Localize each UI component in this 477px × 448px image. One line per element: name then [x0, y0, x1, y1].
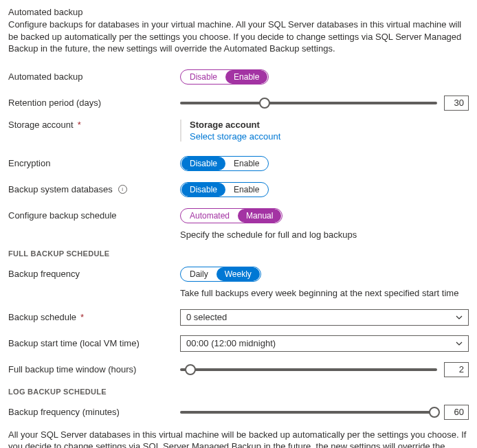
log-frequency-slider-thumb[interactable]	[429, 407, 440, 418]
log-frequency-value[interactable]: 60	[444, 405, 469, 420]
backup-start-time-dropdown[interactable]: 00:00 (12:00 midnight)	[180, 335, 469, 352]
backup-window-slider[interactable]	[180, 363, 437, 376]
backup-window-label: Full backup time window (hours)	[8, 364, 180, 374]
page-title: Automated backup	[8, 7, 469, 17]
frequency-daily[interactable]: Daily	[181, 267, 217, 281]
page-description: Configure backups for databases in your …	[8, 19, 469, 55]
encryption-disable[interactable]: Disable	[181, 157, 225, 170]
required-indicator: *	[80, 312, 84, 322]
footer-text: All your SQL Server databases in this vi…	[8, 429, 469, 448]
chevron-down-icon	[456, 340, 463, 347]
info-icon[interactable]: i	[118, 185, 127, 194]
log-frequency-label: Backup frequency (minutes)	[8, 407, 180, 417]
automated-backup-disable[interactable]: Disable	[181, 70, 225, 84]
automated-backup-enable[interactable]: Enable	[225, 70, 267, 84]
backup-sysdb-toggle[interactable]: Disable Enable	[180, 182, 269, 197]
log-frequency-slider[interactable]	[180, 406, 437, 418]
select-storage-account-link[interactable]: Select storage account	[190, 131, 280, 142]
backup-sysdb-label: Backup system databases i	[8, 184, 180, 194]
automated-backup-toggle[interactable]: Disable Enable	[180, 69, 269, 85]
backup-start-time-value: 00:00 (12:00 midnight)	[186, 338, 276, 348]
required-indicator: *	[78, 120, 81, 130]
backup-sysdb-enable[interactable]: Enable	[225, 183, 267, 197]
encryption-label: Encryption	[8, 158, 180, 168]
schedule-automated[interactable]: Automated	[181, 209, 238, 223]
backup-frequency-toggle[interactable]: Daily Weekly	[180, 267, 261, 282]
backup-frequency-label: Backup frequency	[8, 269, 180, 279]
backup-window-value[interactable]: 2	[444, 362, 469, 377]
backup-sysdb-disable[interactable]: Disable	[181, 183, 225, 197]
backup-schedule-dropdown[interactable]: 0 selected	[180, 309, 469, 326]
encryption-enable[interactable]: Enable	[225, 157, 267, 170]
backup-schedule-value: 0 selected	[186, 312, 227, 322]
full-backup-section-heading: FULL BACKUP SCHEDULE	[8, 249, 469, 258]
encryption-toggle[interactable]: Disable Enable	[180, 156, 269, 171]
storage-block-title: Storage account	[190, 120, 280, 130]
chevron-down-icon	[456, 314, 463, 321]
retention-slider-thumb[interactable]	[259, 98, 270, 109]
retention-value[interactable]: 30	[444, 96, 469, 111]
log-backup-section-heading: LOG BACKUP SCHEDULE	[8, 388, 469, 396]
backup-schedule-label: Backup schedule*	[8, 312, 180, 322]
configure-schedule-toggle[interactable]: Automated Manual	[180, 208, 282, 223]
storage-account-label: Storage account*	[8, 120, 180, 130]
schedule-manual[interactable]: Manual	[238, 209, 281, 223]
configure-schedule-label: Configure backup schedule	[8, 210, 180, 221]
schedule-helper-text: Specify the schedule for full and log ba…	[180, 229, 469, 240]
frequency-helper-text: Take full backups every week beginning a…	[180, 288, 469, 298]
backup-start-time-label: Backup start time (local VM time)	[8, 338, 180, 348]
frequency-weekly[interactable]: Weekly	[217, 267, 260, 281]
retention-slider[interactable]	[180, 97, 437, 109]
backup-window-slider-thumb[interactable]	[185, 364, 196, 375]
retention-label: Retention period (days)	[8, 98, 180, 108]
automated-backup-label: Automated backup	[8, 71, 180, 82]
